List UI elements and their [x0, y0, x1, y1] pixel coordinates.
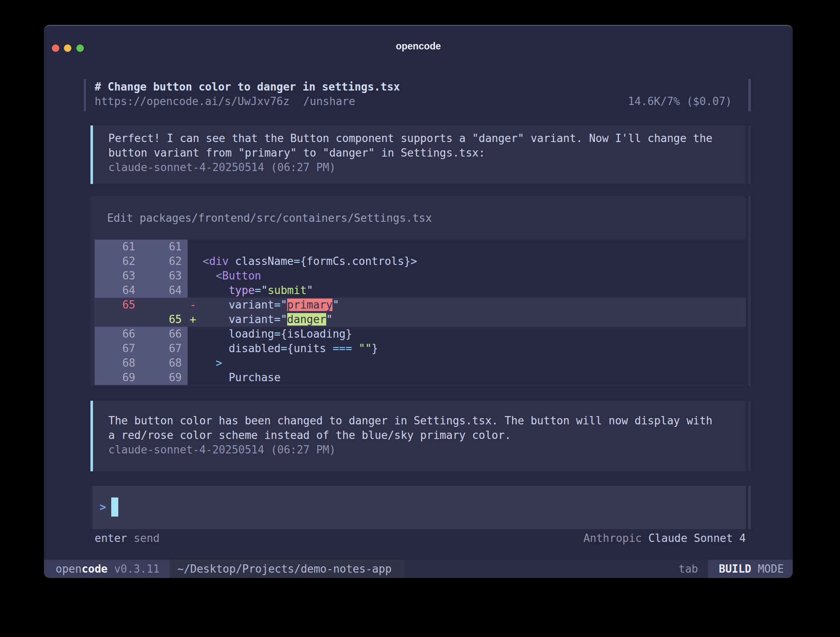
diff-code-line: Purchase — [188, 370, 746, 385]
scroll-track — [748, 486, 751, 529]
session-header-left-bar — [84, 79, 86, 111]
diff-marker — [190, 328, 203, 340]
diff-row: 65- variant="primary" — [95, 298, 746, 312]
opencode-window: opencode # Change button color to danger… — [44, 25, 793, 578]
message-line: Perfect! I can see that the Button compo… — [108, 131, 746, 146]
diff-old-line-number: 69 — [95, 370, 141, 385]
message-line: The button color has been changed to dan… — [108, 414, 746, 428]
app-version-segment: opencode v0.3.11 — [44, 560, 170, 578]
diff-code-line: > — [188, 356, 746, 370]
diff-new-line-number: 64 — [141, 283, 188, 298]
diff-new-line-number: 63 — [141, 269, 188, 283]
window-title: opencode — [44, 41, 793, 52]
session-header-right-bar — [748, 79, 751, 111]
diff-code-line: + variant="danger" — [188, 312, 746, 327]
diff-new-line-number: 61 — [141, 240, 188, 254]
prompt-input[interactable]: > — [90, 486, 746, 529]
send-hint-key: enter — [95, 532, 127, 544]
diff-old-line-number: 63 — [95, 269, 141, 283]
diff-old-line-number: 62 — [95, 254, 141, 269]
mode-label: BUILD MODE — [719, 560, 784, 578]
status-bar: opencode v0.3.11 ~/Desktop/Projects/demo… — [44, 560, 793, 578]
diff-marker — [190, 342, 203, 355]
diff-rows: 6161 6262 <div className={formCs.control… — [95, 240, 746, 385]
share-url[interactable]: https://opencode.ai/s/UwJxv76z — [95, 95, 290, 108]
diff-new-line-number: 67 — [141, 341, 188, 356]
edit-tool-title: Edit packages/frontend/src/containers/Se… — [107, 211, 432, 225]
diff-new-line-number: 68 — [141, 356, 188, 370]
message-meta: claude-sonnet-4-20250514 (06:27 PM) — [108, 443, 746, 457]
diff-new-line-number: 69 — [141, 370, 188, 385]
text-cursor — [111, 497, 118, 517]
diff-row: 6868 > — [95, 356, 746, 370]
diff-row: 6262 <div className={formCs.controls}> — [95, 254, 746, 269]
diff-old-line-number: 68 — [95, 356, 141, 370]
message-line: a red/rose color scheme instead of the b… — [108, 428, 746, 443]
model-label: Claude Sonnet 4 — [648, 532, 746, 544]
session-subline: https://opencode.ai/s/UwJxv76z/unshare — [95, 94, 355, 109]
diff-marker — [190, 240, 203, 253]
diff-old-line-number: 67 — [95, 341, 141, 356]
working-directory: ~/Desktop/Projects/demo-notes-app — [177, 560, 392, 578]
mode-toggle[interactable]: BUILD MODE — [708, 560, 793, 578]
diff-marker — [190, 357, 203, 369]
cwd-segment: ~/Desktop/Projects/demo-notes-app — [170, 560, 404, 578]
diff-row: 6767 disabled={units === ""} — [95, 341, 746, 356]
diff-row: 6969 Purchase — [95, 370, 746, 385]
assistant-message: The button color has been changed to dan… — [90, 401, 746, 471]
diff-code-line: <div className={formCs.controls}> — [188, 254, 746, 269]
diff-code-line: <Button — [188, 269, 746, 283]
send-hint-action: send — [127, 532, 159, 544]
diff-row: 6464 type="submit" — [95, 283, 746, 298]
context-usage-stats: 14.6K/7% ($0.07) — [628, 94, 732, 109]
diff-old-line-number: 64 — [95, 283, 141, 298]
diff-marker: - — [190, 299, 203, 311]
prompt-symbol: > — [100, 500, 106, 514]
send-hint: enter send — [95, 531, 160, 546]
provider-label: Anthropic — [584, 532, 649, 544]
diff-marker — [190, 270, 203, 282]
diff-new-line-number: 65 — [141, 312, 188, 327]
diff-new-line-number — [141, 298, 188, 312]
diff-marker — [190, 284, 203, 296]
assistant-message: Perfect! I can see that the Button compo… — [90, 125, 746, 184]
diff-new-line-number: 62 — [141, 254, 188, 269]
session-title: # Change button color to danger in setti… — [95, 80, 400, 94]
message-meta: claude-sonnet-4-20250514 (06:27 PM) — [108, 160, 746, 175]
diff-new-line-number: 66 — [141, 327, 188, 341]
diff-old-line-number: 65 — [95, 298, 141, 312]
diff-row: 6363 <Button — [95, 269, 746, 283]
scroll-track — [748, 401, 751, 471]
diff-row: 65+ variant="danger" — [95, 312, 746, 327]
diff-code-line — [188, 240, 746, 254]
diff-code-line: type="submit" — [188, 283, 746, 298]
prompt-input-edge — [90, 486, 93, 529]
screen: opencode # Change button color to danger… — [0, 0, 840, 637]
mode-label-bold: BUILD — [719, 563, 751, 575]
unshare-command[interactable]: /unshare — [303, 95, 355, 108]
diff-marker — [190, 255, 203, 267]
diff-old-line-number — [95, 312, 141, 327]
scroll-track — [748, 196, 751, 386]
diff-code-line: disabled={units === ""} — [188, 341, 746, 356]
diff-row: 6666 loading={isLoading} — [95, 327, 746, 341]
diff-marker: + — [190, 313, 203, 326]
diff-code-line: loading={isLoading} — [188, 327, 746, 341]
scroll-track — [748, 125, 751, 184]
model-indicator: Anthropic Claude Sonnet 4 — [584, 531, 746, 546]
diff-old-line-number: 61 — [95, 240, 141, 254]
app-version: opencode v0.3.11 — [56, 560, 159, 578]
app-version-number: v0.3.11 — [107, 563, 159, 575]
app-name-bold: code — [82, 563, 108, 575]
diff-row: 6161 — [95, 240, 746, 254]
diff-code-line: - variant="primary" — [188, 298, 746, 312]
tab-key-hint: tab — [679, 560, 698, 578]
edit-tool-block: Edit packages/frontend/src/containers/Se… — [90, 196, 746, 386]
diff-old-line-number: 66 — [95, 327, 141, 341]
message-line: button variant from "primary" to "danger… — [108, 146, 746, 160]
diff-marker — [190, 371, 203, 384]
